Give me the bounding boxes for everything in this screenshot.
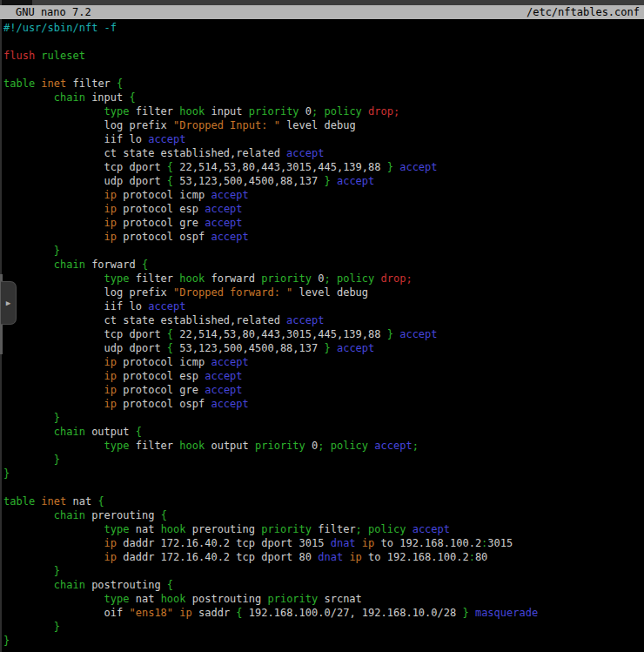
code-line[interactable]: ip daddr 172.16.40.2 tcp dport 80 dnat i…: [0, 550, 644, 564]
code-line[interactable]: iif lo accept: [0, 299, 644, 313]
code-segment: [374, 272, 380, 285]
code-segment: }: [54, 454, 60, 466]
code-line[interactable]: table inet filter {: [0, 77, 644, 91]
code-segment: ip: [179, 607, 191, 619]
code-line[interactable]: type filter hook input priority 0; polic…: [0, 104, 644, 118]
code-line[interactable]: [0, 35, 644, 49]
code-segment: udp dport: [3, 175, 167, 187]
code-segment: protocol gre: [117, 217, 205, 229]
code-segment: dnat: [331, 537, 356, 549]
code-segment: hook: [161, 593, 186, 605]
editor-area[interactable]: #!/usr/sbin/nft -f flush ruleset table i…: [0, 21, 644, 648]
code-segment: hook: [179, 440, 205, 452]
panel-handle[interactable]: ▶: [1, 281, 17, 325]
code-segment: [331, 175, 337, 187]
code-line[interactable]: flush ruleset: [0, 49, 644, 63]
code-segment: masquerade: [475, 607, 538, 619]
code-line[interactable]: }: [0, 244, 644, 258]
code-segment: accept: [205, 217, 242, 229]
code-segment: "ens18": [130, 607, 174, 619]
code-segment: accept: [205, 370, 242, 382]
code-line[interactable]: }: [0, 620, 644, 634]
code-segment: nat: [66, 495, 97, 507]
code-line[interactable]: ip protocol gre accept: [0, 383, 644, 397]
code-line[interactable]: ip daddr 172.16.40.2 tcp dport 3015 dnat…: [0, 536, 644, 550]
code-line[interactable]: chain output {: [0, 425, 644, 439]
code-segment: iif lo: [3, 133, 148, 145]
code-segment: prerouting: [186, 523, 262, 535]
code-line[interactable]: [0, 481, 644, 494]
code-segment: log prefix: [3, 286, 173, 299]
code-line[interactable]: log prefix "Dropped forward: " level deb…: [0, 286, 644, 299]
code-segment: ip: [362, 537, 374, 549]
code-segment: ct state established,related: [3, 147, 286, 159]
code-segment: }: [462, 607, 468, 619]
code-line[interactable]: tcp dport { 22,514,53,80,443,3015,445,13…: [0, 160, 644, 174]
code-line[interactable]: }: [0, 467, 644, 481]
code-line[interactable]: ip protocol gre accept: [0, 216, 644, 230]
code-segment: table: [3, 77, 35, 90]
code-segment: "Dropped forward: ": [173, 286, 292, 299]
code-line[interactable]: type nat hook postrouting priority srcna…: [0, 592, 644, 606]
code-segment: forward: [85, 259, 142, 271]
code-line[interactable]: ct state established,related accept: [0, 146, 644, 160]
code-line[interactable]: type nat hook prerouting priority filter…: [0, 522, 644, 536]
code-segment: postrouting: [85, 579, 167, 591]
code-line[interactable]: type filter hook output priority 0; poli…: [0, 439, 644, 453]
code-segment: accept: [286, 314, 324, 326]
code-segment: udp dport: [3, 342, 167, 354]
code-segment: 0: [312, 272, 324, 285]
code-segment: }: [54, 245, 60, 257]
code-segment: dnat: [318, 551, 343, 563]
code-segment: [318, 105, 324, 118]
code-segment: type: [104, 105, 130, 118]
code-segment: accept: [148, 133, 185, 145]
code-line[interactable]: ip protocol icmp accept: [0, 188, 644, 202]
code-line[interactable]: tcp dport { 22,514,53,80,443,3015,445,13…: [0, 327, 644, 341]
code-segment: [3, 593, 104, 605]
code-segment: forward: [205, 272, 261, 285]
code-segment: }: [387, 328, 393, 340]
code-line[interactable]: udp dport { 53,123,500,4500,88,137 } acc…: [0, 341, 644, 355]
code-segment: {: [167, 328, 173, 340]
code-segment: ip: [104, 217, 117, 229]
code-segment: tcp dport: [3, 328, 167, 340]
code-line[interactable]: chain postrouting {: [0, 578, 644, 592]
code-segment: accept: [413, 523, 450, 535]
code-segment: protocol esp: [117, 203, 205, 215]
code-line[interactable]: chain input {: [0, 91, 644, 104]
code-line[interactable]: }: [0, 564, 644, 578]
code-line[interactable]: oif "ens18" ip saddr { 192.168.100.0/27,…: [0, 606, 644, 620]
code-line[interactable]: ip protocol ospf accept: [0, 230, 644, 244]
code-segment: }: [3, 467, 10, 480]
code-segment: 53,123,500,4500,88,137: [173, 342, 324, 354]
code-segment: }: [324, 175, 330, 187]
code-segment: oif: [3, 607, 130, 619]
code-line[interactable]: ct state established,related accept: [0, 313, 644, 327]
code-line[interactable]: table inet nat {: [0, 494, 644, 508]
code-line[interactable]: type filter hook forward priority 0; pol…: [0, 272, 644, 286]
code-line[interactable]: ip protocol esp accept: [0, 202, 644, 216]
code-line[interactable]: [0, 63, 644, 77]
code-line[interactable]: chain prerouting {: [0, 508, 644, 522]
code-segment: {: [167, 579, 173, 591]
code-segment: accept: [337, 175, 374, 187]
code-line[interactable]: ip protocol ospf accept: [0, 397, 644, 411]
code-line[interactable]: }: [0, 411, 644, 425]
code-line[interactable]: log prefix "Dropped Input: " level debug: [0, 118, 644, 132]
code-segment: [3, 621, 54, 633]
code-line[interactable]: ip protocol icmp accept: [0, 355, 644, 369]
code-segment: srcnat: [318, 593, 362, 605]
code-segment: filter: [66, 77, 117, 90]
code-line[interactable]: #!/usr/sbin/nft -f: [0, 21, 644, 35]
code-line[interactable]: iif lo accept: [0, 132, 644, 146]
code-line[interactable]: chain forward {: [0, 258, 644, 272]
code-line[interactable]: udp dport { 53,123,500,4500,88,137 } acc…: [0, 174, 644, 188]
code-segment: policy: [368, 523, 406, 535]
code-segment: accept: [211, 398, 248, 410]
code-segment: accept: [211, 356, 248, 368]
code-line[interactable]: }: [0, 634, 644, 648]
code-segment: protocol icmp: [117, 189, 211, 201]
code-line[interactable]: }: [0, 453, 644, 467]
code-line[interactable]: ip protocol esp accept: [0, 369, 644, 383]
